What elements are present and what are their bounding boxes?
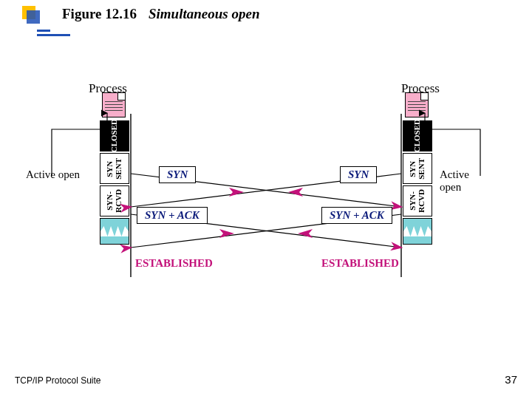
- svg-marker-9: [298, 229, 313, 238]
- msg-synack-left: SYN + ACK: [137, 207, 208, 224]
- figure-title: Simultaneous open: [149, 6, 259, 22]
- msg-syn-right: SYN: [340, 166, 377, 183]
- footer-source: TCP/IP Protocol Suite: [15, 375, 101, 386]
- bullet-icon: [22, 6, 38, 22]
- message-lines: [48, 89, 484, 318]
- msg-syn-left: SYN: [159, 166, 196, 183]
- diagram: Process Active open CLOSED SYN SENT SYN-…: [48, 89, 484, 318]
- svg-marker-8: [219, 229, 234, 238]
- slide-header: Figure 12.16 Simultaneous open: [22, 6, 259, 22]
- svg-marker-6: [229, 188, 244, 197]
- svg-marker-7: [288, 188, 303, 197]
- footer-page-number: 37: [505, 373, 517, 386]
- header-rule: [37, 30, 525, 32]
- msg-synack-right: SYN + ACK: [321, 207, 392, 224]
- figure-number: Figure 12.16: [62, 6, 137, 22]
